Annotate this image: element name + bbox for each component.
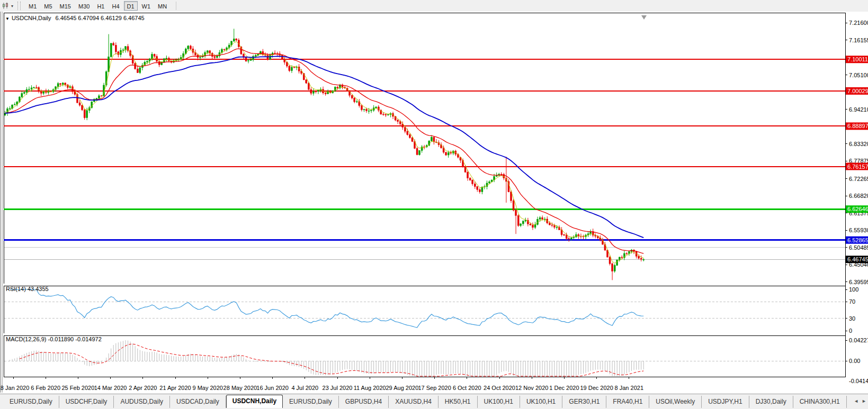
tab-hk50-h1[interactable]: HK50,H1 xyxy=(439,396,478,408)
date-tick-label: 12 Nov 2020 xyxy=(515,385,548,391)
date-tick-label: 21 Apr 2020 xyxy=(159,385,191,391)
tab-dj30-daily[interactable]: DJ30,Daily xyxy=(749,396,793,408)
date-tick-label: 19 Dec 2020 xyxy=(580,385,613,391)
chart-tab-list: EURUSD,DailyUSDCHF,DailyAUDUSD,DailyUSDC… xyxy=(0,394,851,408)
rsi-tick-label: 0 xyxy=(849,328,852,334)
price-tick-label: 6.55930 xyxy=(849,227,868,233)
moving-average-lines xyxy=(5,42,644,263)
candlestick-series xyxy=(4,29,645,280)
timeframe-button-h1[interactable]: H1 xyxy=(94,1,108,11)
macd-tick-label: 0.042275 xyxy=(849,337,868,343)
date-tick-label: 18 Jan 2020 xyxy=(0,385,29,391)
toolbar-separator xyxy=(176,2,176,10)
tab-xauusd-h4[interactable]: XAUUSD,H4 xyxy=(389,396,439,408)
date-tick-label: 17 Sep 2020 xyxy=(418,385,451,391)
timeframe-button-mn[interactable]: MN xyxy=(155,1,170,11)
tab-eurusd-daily[interactable]: EURUSD,Daily xyxy=(283,396,339,408)
price-level-badge-label: 6.88897 xyxy=(847,123,868,129)
date-tick-label: 1 Dec 2020 xyxy=(549,385,579,391)
macd-signal-line xyxy=(20,344,643,376)
timeframe-button-m15[interactable]: M15 xyxy=(57,1,74,11)
candlestick-chart-icon xyxy=(2,2,10,10)
ma-slow-line xyxy=(5,56,644,238)
tab-usdcnh-daily[interactable]: USDCNH,Daily xyxy=(226,395,283,408)
date-tick-label: 6 Oct 2020 xyxy=(453,385,481,391)
tab-ger30-h1[interactable]: GER30,H1 xyxy=(562,396,606,408)
tab-usoil-weekly[interactable]: USOil,Weekly xyxy=(649,396,702,408)
price-tick-label: 6.83320 xyxy=(849,141,868,147)
price-axis[interactable]: 7.216007.161557.051006.942106.833206.778… xyxy=(845,13,868,384)
chart-symbol-period: USDCNH,Daily xyxy=(12,15,51,21)
price-level-badge-label: 6.62646 xyxy=(847,206,868,212)
toolbar-grip[interactable] xyxy=(17,2,21,10)
tab-uk100-h1[interactable]: UK100,H1 xyxy=(478,396,520,408)
tab-usoil-[interactable]: USOil, xyxy=(847,396,851,408)
tab-china300-h1[interactable]: CHINA300,H1 xyxy=(793,396,847,408)
rsi-panel-frame xyxy=(4,286,845,333)
price-tick-label: 6.50485 xyxy=(849,244,868,251)
tabs-scroll-right-icon[interactable]: ► xyxy=(862,398,866,404)
macd-histogram xyxy=(10,340,644,376)
chart-ohlc-values: 6.46545 6.47094 6.46129 6.46745 xyxy=(55,15,144,21)
rsi-line xyxy=(10,289,644,328)
chart-title: ▼USDCNH,Daily6.46545 6.47094 6.46129 6.4… xyxy=(5,15,145,21)
tab-usdchf-daily[interactable]: USDCHF,Daily xyxy=(59,396,114,408)
tab-audusd-daily[interactable]: AUDUSD,Daily xyxy=(114,396,170,408)
chart-tab-bar: EURUSD,DailyUSDCHF,DailyAUDUSD,DailyUSDC… xyxy=(0,394,868,409)
chart-type-icon[interactable] xyxy=(2,2,11,10)
date-tick-label: 24 Oct 2020 xyxy=(484,385,515,391)
date-tick-label: 28 May 2020 xyxy=(223,385,257,391)
date-tick-label: 2 Apr 2020 xyxy=(129,385,157,391)
price-tick-label: 7.21600 xyxy=(849,20,868,26)
tab-gbpusd-h4[interactable]: GBPUSD,H4 xyxy=(339,396,389,408)
time-axis[interactable]: 18 Jan 20206 Feb 202025 Feb 202014 Mar 2… xyxy=(0,377,643,391)
date-tick-label: 8 Jan 2021 xyxy=(615,385,643,391)
price-tick-label: 7.05100 xyxy=(849,72,868,78)
price-tick-label: 7.16155 xyxy=(849,37,868,43)
timeframe-button-d1[interactable]: D1 xyxy=(124,1,138,11)
chart-window[interactable]: 7.216007.161557.051006.942106.833206.778… xyxy=(0,12,868,394)
price-level-badge-label: 6.46745 xyxy=(847,256,868,262)
date-tick-label: 4 Jul 2020 xyxy=(291,385,318,391)
macd-indicator-label: MACD(12,26,9) -0.011890 -0.014972 xyxy=(6,336,102,342)
price-tick-label: 6.72265 xyxy=(849,176,868,182)
tab-scroll-arrows: ◄ ► xyxy=(854,398,866,404)
panel-splitter[interactable] xyxy=(4,284,845,286)
date-tick-label: 14 Mar 2020 xyxy=(94,385,127,391)
date-tick-label: 9 May 2020 xyxy=(192,385,222,391)
toolbar: ▾ M1M5M15M30H1H4D1W1MN xyxy=(0,0,868,12)
timeframe-button-group: M1M5M15M30H1H4D1W1MN xyxy=(25,0,171,12)
rsi-panel[interactable] xyxy=(4,289,845,328)
tab-fra40-h1[interactable]: FRA40,H1 xyxy=(606,396,649,408)
tab-usdcad-daily[interactable]: USDCAD,Daily xyxy=(170,396,226,408)
scroll-marker-icon[interactable] xyxy=(641,15,647,20)
date-tick-label: 25 Feb 2020 xyxy=(62,385,95,391)
price-level-badge-label: 7.10011 xyxy=(847,56,868,62)
macd-panel[interactable] xyxy=(4,340,845,376)
chart-type-dropdown-icon[interactable]: ▾ xyxy=(11,4,13,8)
chart-canvas[interactable]: 7.216007.161557.051006.942106.833206.778… xyxy=(0,12,868,394)
timeframe-button-w1[interactable]: W1 xyxy=(139,1,154,11)
price-tick-label: 6.39595 xyxy=(849,279,868,285)
date-tick-label: 6 Feb 2020 xyxy=(31,385,60,391)
price-level-badge-label: 7.00029 xyxy=(847,88,868,94)
timeframe-button-h4[interactable]: H4 xyxy=(109,1,122,11)
timeframe-button-m30[interactable]: M30 xyxy=(75,1,93,11)
panel-frames xyxy=(4,13,845,377)
date-tick-label: 11 Aug 2020 xyxy=(354,385,386,391)
tab-eurusd-daily[interactable]: EURUSD,Daily xyxy=(3,396,59,408)
rsi-tick-label: 70 xyxy=(849,298,855,305)
tabs-scroll-left-icon[interactable]: ◄ xyxy=(854,398,858,404)
rsi-tick-label: 100 xyxy=(849,286,858,293)
window-left-edge xyxy=(1,12,3,393)
date-tick-label: 16 Jun 2020 xyxy=(256,385,289,391)
macd-tick-label: -0.04148 xyxy=(849,378,868,384)
panel-splitter[interactable] xyxy=(4,333,845,335)
tab-usdjpy-h1[interactable]: USDJPY,H1 xyxy=(702,396,749,408)
tab-uk100-h1[interactable]: UK100,H1 xyxy=(520,396,562,408)
collapse-arrow-icon[interactable]: ▼ xyxy=(5,16,10,21)
horizontal-level-lines[interactable] xyxy=(4,59,845,240)
price-tick-label: 6.66820 xyxy=(849,193,868,199)
timeframe-button-m5[interactable]: M5 xyxy=(41,1,55,11)
timeframe-button-m1[interactable]: M1 xyxy=(25,1,40,11)
